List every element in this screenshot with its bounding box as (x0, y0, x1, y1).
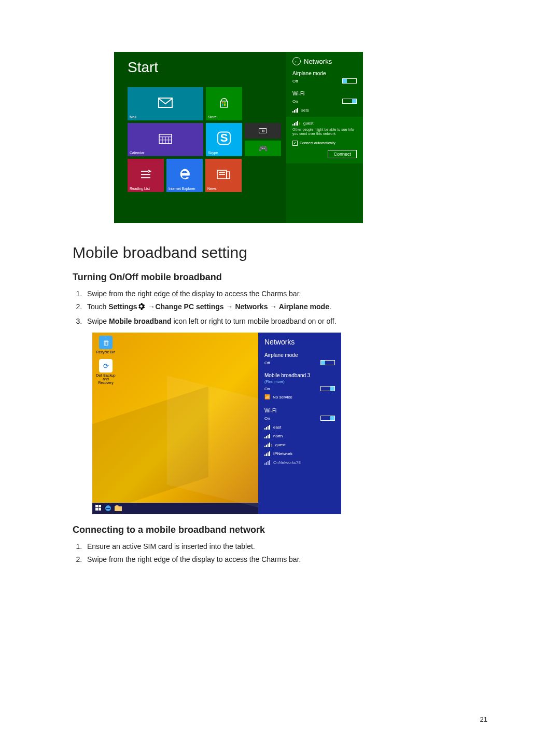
desktop-icon-recycle-bin[interactable]: 🗑 Recycle Bin (95, 336, 116, 354)
wifi-name: sets (301, 108, 309, 113)
heading-turning-on-off: Turning On/Off mobile broadband (73, 272, 487, 283)
svg-rect-16 (99, 505, 101, 507)
start-screen: Start Mail Store (114, 52, 286, 223)
tile-label: Skype (208, 151, 218, 155)
list-item: Swipe Mobile broadband icon left or righ… (84, 315, 487, 327)
start-menu-icon[interactable] (95, 505, 102, 512)
checkbox-icon: ✓ (292, 141, 298, 146)
wifi-network-expanded: guest Other people might be able to see … (286, 117, 363, 163)
wifi-name: guest (275, 443, 286, 447)
find-more-link[interactable]: (Find more) (264, 379, 285, 384)
skype-icon: S (217, 131, 231, 145)
mbb-status-item[interactable]: 📶 No service (264, 394, 335, 399)
start-title: Start (128, 59, 281, 76)
wifi-network-item[interactable]: north (264, 434, 335, 438)
reading-list-icon (140, 170, 151, 179)
list-item: Touch Settings →Change PC settings → Net… (84, 301, 487, 314)
mbb-status-text: No service (273, 395, 292, 399)
icon-label: Recycle Bin (96, 350, 116, 354)
tile-label: Internet Explorer (169, 187, 195, 190)
wifi-network-item[interactable]: IPNetwork (264, 451, 335, 456)
svg-rect-2 (224, 102, 226, 104)
taskbar (92, 503, 258, 514)
page-number: 21 (480, 715, 487, 723)
wifi-network-item[interactable]: guest (292, 121, 357, 126)
svg-rect-3 (222, 104, 223, 106)
airplane-toggle[interactable] (342, 78, 357, 84)
svg-rect-18 (99, 508, 101, 511)
icon-label: Dell Backup and Recovery (96, 374, 115, 384)
wifi-toggle[interactable] (320, 416, 335, 421)
svg-rect-15 (95, 505, 98, 507)
wifi-state: On (264, 416, 270, 421)
mbb-state: On (264, 387, 270, 391)
recycle-bin-icon: 🗑 (99, 336, 113, 349)
games-icon: 🎮 (259, 144, 268, 153)
store-icon (218, 97, 230, 108)
tile-news[interactable]: News (205, 159, 242, 192)
svg-rect-4 (224, 104, 226, 106)
mbb-toggle[interactable] (320, 386, 335, 391)
airplane-state: Off (264, 361, 270, 365)
steps-connecting: Ensure an active SIM card is inserted in… (84, 541, 487, 566)
tile-label: Reading List (130, 187, 150, 190)
heading-mobile-broadband-setting: Mobile broadband setting (73, 244, 487, 261)
wifi-toggle[interactable] (342, 99, 357, 104)
list-item: Swipe from the right edge of the display… (84, 288, 487, 300)
airplane-toggle[interactable] (320, 360, 335, 365)
svg-rect-1 (222, 102, 223, 104)
ie-icon (178, 168, 191, 181)
list-item: Ensure an active SIM card is inserted in… (84, 541, 487, 553)
backup-icon: ⟳ (99, 359, 113, 373)
antenna-icon: 📶 (264, 394, 270, 399)
tile-camera[interactable] (245, 123, 281, 139)
wifi-network-item[interactable]: east (264, 425, 335, 430)
tile-label: Calendar (130, 151, 144, 155)
wifi-network-item[interactable]: sets (292, 108, 357, 113)
wifi-name: OnNetworks78 (273, 460, 301, 465)
tile-label: Store (208, 115, 217, 119)
signal-icon (264, 451, 270, 456)
mbb-label: Mobile broadband 3 (264, 373, 335, 378)
tile-games[interactable]: 🎮 (245, 141, 281, 156)
desktop-icon-dell-backup[interactable]: ⟳ Dell Backup and Recovery (95, 359, 116, 384)
airplane-label: Airplane mode (264, 352, 335, 358)
screenshot-desktop-networks: 🗑 Recycle Bin ⟳ Dell Backup and Recovery… (92, 333, 341, 514)
airplane-label: Airplane mode (292, 71, 357, 76)
networks-title: Networks (264, 338, 295, 346)
camera-icon (259, 128, 267, 133)
airplane-state: Off (292, 79, 298, 84)
tile-skype[interactable]: S Skype (206, 123, 242, 156)
connect-auto-checkbox[interactable]: ✓ Connect automatically (292, 141, 357, 146)
networks-panel: Networks Airplane mode Off Mobile broadb… (258, 333, 341, 514)
network-hint: Other people might be able to see info y… (292, 128, 357, 136)
tile-mail[interactable]: Mail (128, 87, 203, 120)
tile-store[interactable]: Store (206, 87, 242, 120)
checkbox-label: Connect automatically (300, 141, 335, 145)
tile-calendar[interactable]: Calendar (128, 123, 203, 156)
signal-open-icon (292, 121, 300, 126)
signal-icon (264, 434, 270, 438)
tile-reading-list[interactable]: Reading List (128, 159, 164, 192)
heading-connecting: Connecting to a mobile broadband network (73, 525, 487, 535)
taskbar-explorer-icon[interactable] (115, 505, 122, 512)
svg-rect-17 (95, 508, 98, 511)
back-icon[interactable]: ← (292, 57, 301, 65)
networks-title: Networks (304, 58, 332, 65)
calendar-icon (159, 133, 172, 144)
connect-button[interactable]: Connect (328, 150, 357, 158)
mail-icon (158, 98, 173, 108)
wifi-name: IPNetwork (273, 451, 292, 456)
wifi-state: On (292, 99, 298, 104)
tile-internet-explorer[interactable]: Internet Explorer (166, 159, 203, 192)
wifi-network-item[interactable]: OnNetworks78 (264, 460, 335, 465)
wifi-label: Wi-Fi (264, 408, 335, 414)
svg-rect-12 (227, 172, 230, 178)
tile-label: News (207, 187, 217, 190)
wifi-name: north (273, 434, 283, 438)
news-icon (217, 170, 230, 179)
wifi-network-item[interactable]: guest (264, 443, 335, 447)
taskbar-ie-icon[interactable] (105, 505, 111, 513)
networks-panel: ← Networks Airplane mode Off Wi-Fi On se… (286, 52, 363, 223)
signal-open-icon (264, 443, 272, 447)
